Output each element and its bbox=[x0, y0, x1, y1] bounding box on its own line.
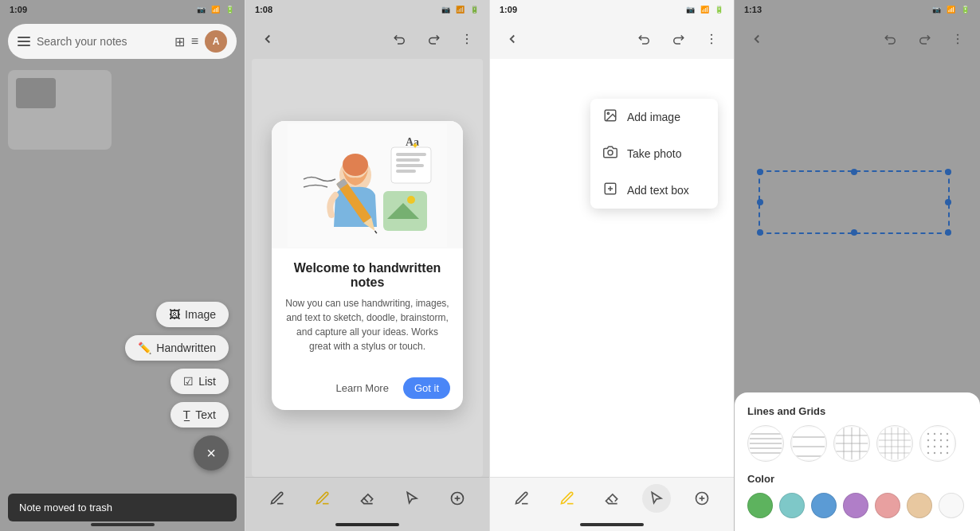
svg-point-73 bbox=[927, 446, 929, 447]
fab-item-image[interactable]: 🖼 Image bbox=[156, 302, 229, 327]
sort-icon[interactable]: ≡ bbox=[191, 34, 198, 49]
svg-point-74 bbox=[934, 446, 935, 447]
fab-item-list[interactable]: ☑ List bbox=[171, 369, 229, 394]
handle-bottom-right[interactable] bbox=[945, 229, 951, 236]
svg-point-76 bbox=[947, 446, 948, 447]
svg-point-27 bbox=[607, 112, 609, 114]
note-thumbnail bbox=[16, 78, 56, 108]
color-teal[interactable] bbox=[779, 493, 805, 518]
svg-point-79 bbox=[940, 452, 942, 454]
color-pink[interactable] bbox=[875, 493, 900, 518]
camera-status-icon: 📷 bbox=[195, 4, 206, 15]
add-text-box-icon bbox=[603, 182, 617, 199]
status-time-3: 1:09 bbox=[500, 5, 517, 14]
status-time-1: 1:09 bbox=[10, 5, 27, 14]
handle-mid-right[interactable] bbox=[945, 199, 951, 205]
take-photo-menu-item[interactable]: Take photo bbox=[590, 135, 718, 172]
panel-new-note: 1:08 📷 📶 🔋 bbox=[245, 0, 489, 531]
svg-point-70 bbox=[934, 439, 935, 441]
select-tool-button-3[interactable] bbox=[642, 484, 671, 513]
svg-rect-8 bbox=[396, 153, 426, 156]
svg-point-69 bbox=[927, 439, 929, 441]
handle-top-left[interactable] bbox=[757, 169, 763, 175]
page-bottom-3 bbox=[490, 518, 734, 531]
search-bar[interactable]: Search your notes ⊞ ≡ A bbox=[8, 24, 237, 59]
svg-point-75 bbox=[940, 446, 942, 447]
lines-grids-section-title: Lines and Grids bbox=[747, 405, 967, 417]
hamburger-icon[interactable] bbox=[18, 37, 30, 46]
handle-mid-left[interactable] bbox=[757, 199, 763, 205]
handle-bottom-left[interactable] bbox=[757, 229, 763, 236]
fab-handwritten-label[interactable]: ✏️ Handwritten bbox=[125, 335, 229, 361]
panel-handwritten-note: 1:09 📷 📶 🔋 bbox=[489, 0, 734, 531]
grid-pattern[interactable] bbox=[833, 425, 870, 462]
list-fab-icon: ☑ bbox=[183, 375, 194, 388]
status-bar-1: 1:09 📷 📶 🔋 bbox=[0, 0, 245, 19]
svg-point-77 bbox=[927, 452, 929, 454]
svg-rect-44 bbox=[793, 428, 825, 459]
svg-point-80 bbox=[947, 452, 948, 454]
svg-rect-10 bbox=[396, 164, 424, 167]
color-green[interactable] bbox=[747, 493, 773, 518]
fab-image-label[interactable]: 🖼 Image bbox=[156, 302, 229, 327]
image-fab-icon: 🖼 bbox=[169, 308, 180, 321]
nav-indicator-1 bbox=[91, 523, 155, 526]
fab-list-label[interactable]: ☑ List bbox=[171, 369, 229, 394]
add-image-menu-item[interactable]: Add image bbox=[590, 99, 718, 135]
highlighter-tool-button-3[interactable] bbox=[553, 484, 582, 513]
add-image-icon bbox=[603, 108, 617, 126]
pen-tool-button-3[interactable] bbox=[508, 484, 536, 513]
close-icon: × bbox=[206, 444, 216, 463]
undo-button-3[interactable] bbox=[632, 26, 657, 52]
note-canvas-3[interactable]: Add image Take photo Add text box bbox=[490, 59, 734, 477]
status-icons-1: 📷 📶 🔋 bbox=[195, 4, 235, 15]
svg-point-35 bbox=[957, 34, 958, 36]
svg-point-28 bbox=[608, 150, 613, 155]
fab-menu: 🖼 Image ✏️ Handwritten ☑ List T̲ bbox=[125, 302, 229, 470]
small-grid-pattern[interactable] bbox=[876, 425, 913, 462]
color-section-title: Color bbox=[747, 473, 967, 485]
top-bar-icons-4 bbox=[878, 26, 970, 52]
handle-top-right[interactable] bbox=[945, 169, 951, 175]
camera-status-icon-4: 📷 bbox=[931, 4, 942, 15]
svg-rect-11 bbox=[396, 170, 416, 173]
got-it-button[interactable]: Got it bbox=[403, 377, 450, 399]
add-text-box-menu-item[interactable]: Add text box bbox=[590, 172, 718, 209]
horizontal-lines-pattern[interactable] bbox=[747, 425, 784, 462]
top-bar-4 bbox=[735, 19, 980, 59]
more-options-button-4[interactable] bbox=[945, 26, 970, 52]
more-options-button-3[interactable] bbox=[699, 26, 724, 52]
top-bar-icons-3 bbox=[632, 26, 724, 52]
redo-button-3[interactable] bbox=[665, 26, 691, 52]
handle-bottom-center[interactable] bbox=[851, 229, 857, 236]
back-button-4[interactable] bbox=[744, 26, 770, 52]
svg-point-68 bbox=[947, 433, 948, 435]
wide-horizontal-pattern[interactable] bbox=[790, 425, 827, 462]
undo-button-4[interactable] bbox=[878, 26, 904, 52]
color-peach[interactable] bbox=[907, 493, 932, 518]
fab-item-handwritten[interactable]: ✏️ Handwritten bbox=[125, 335, 229, 361]
fab-item-text[interactable]: T̲ Text bbox=[171, 402, 229, 428]
back-button-3[interactable] bbox=[500, 26, 525, 52]
color-blue[interactable] bbox=[811, 493, 837, 518]
avatar[interactable]: A bbox=[205, 30, 227, 53]
svg-point-15 bbox=[343, 154, 368, 176]
svg-point-65 bbox=[927, 433, 929, 435]
note-card[interactable] bbox=[8, 70, 112, 150]
layout-toggle-icon[interactable]: ⊞ bbox=[174, 34, 185, 49]
eraser-tool-button-3[interactable] bbox=[598, 484, 626, 513]
redo-button-4[interactable] bbox=[911, 26, 937, 52]
dialog-description: Now you can use handwriting, images, and… bbox=[284, 296, 450, 353]
color-purple[interactable] bbox=[843, 493, 868, 518]
handle-top-center[interactable] bbox=[851, 169, 857, 175]
color-white[interactable] bbox=[939, 493, 964, 518]
dots-pattern[interactable] bbox=[919, 425, 956, 462]
fab-text-label[interactable]: T̲ Text bbox=[171, 402, 229, 428]
fab-close-button[interactable]: × bbox=[194, 435, 229, 470]
battery-status-icon: 🔋 bbox=[224, 4, 235, 15]
learn-more-button[interactable]: Learn More bbox=[327, 377, 396, 399]
add-tool-button-3[interactable] bbox=[688, 484, 716, 513]
status-icons-4: 📷 📶 🔋 bbox=[931, 4, 970, 15]
background-bottom-sheet: Lines and Grids Color bbox=[735, 392, 980, 531]
svg-point-23 bbox=[711, 34, 712, 36]
